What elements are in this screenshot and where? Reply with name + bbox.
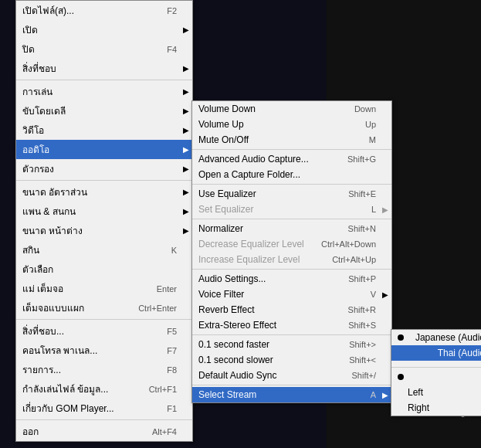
audio-sep-5 — [192, 334, 391, 335]
audio-stereo[interactable]: Extra-Stereo Effect Shift+S — [192, 317, 391, 333]
menu-favorites-2[interactable]: สิ่งที่ชอบ... F5 — [16, 321, 192, 341]
audio-faster[interactable]: 0.1 second faster Shift+> — [192, 337, 391, 352]
menu-video[interactable]: วิดีโอ ▶ — [16, 120, 192, 140]
menu-open-files[interactable]: เปิดไฟล์(ส)... F2 — [16, 1, 192, 20]
audio-open-capture-folder[interactable]: Open a Capture Folder... — [192, 167, 391, 182]
audio-sep-4 — [192, 269, 391, 270]
audio-settings[interactable]: Audio Settings... Shift+P — [192, 271, 391, 287]
separator-2 — [16, 180, 192, 181]
menu-play[interactable]: การเล่น ▶ — [16, 82, 192, 101]
main-context-menu: เปิดไฟล์(ส)... F2 เปิด ▶ ปิด F4 สิ่งที่ช… — [15, 0, 193, 442]
stream-all[interactable]: All — [391, 369, 481, 385]
menu-file-info[interactable]: กำลังเล่นไฟล์ ข้อมูล... Ctrl+F1 — [16, 379, 192, 399]
menu-pan[interactable]: แพน & สนกน ▶ — [16, 202, 192, 221]
menu-about[interactable]: เกี่ยวกับ GOM Player... F1 — [16, 399, 192, 418]
menu-filter[interactable]: ตัวกรอง ▶ — [16, 159, 192, 178]
audio-slower[interactable]: 0.1 second slower Shift+< — [192, 352, 391, 368]
stream-thai[interactable]: Thai (Audio 2) — [391, 345, 481, 361]
stream-right[interactable]: Right — [391, 400, 481, 416]
audio-sep-6 — [192, 385, 391, 385]
audio-sep-3 — [192, 219, 391, 219]
radio-dot-all — [398, 374, 404, 380]
audio-select-stream[interactable]: Select Stream A ▶ — [192, 387, 391, 402]
menu-subtitle[interactable]: ขับโดยเดลี ▶ — [16, 101, 192, 120]
audio-increase-eq[interactable]: Increase Equalizer Level Ctrl+Alt+Up — [192, 252, 391, 267]
stream-left[interactable]: Left — [391, 385, 481, 400]
menu-size-ratio[interactable]: ขนาด อัตราส่วน ▶ — [16, 182, 192, 202]
radio-empty-thai — [398, 350, 404, 356]
audio-voice-filter[interactable]: Voice Filter V ▶ — [192, 287, 391, 302]
audio-volume-up[interactable]: Volume Up Up — [192, 117, 391, 132]
separator-1 — [16, 80, 192, 80]
audio-use-equalizer[interactable]: Use Equalizer Shift+E — [192, 186, 391, 202]
menu-control-panel[interactable]: คอนโทรล พาเนล... F7 — [16, 341, 192, 360]
stream-sep — [391, 362, 481, 368]
stream-japanese[interactable]: Japanese (Audio 1) — [391, 330, 481, 345]
menu-exit[interactable]: ออก Alt+F4 — [16, 422, 192, 441]
audio-normalizer[interactable]: Normalizer Shift+N — [192, 221, 391, 236]
audio-advanced-capture[interactable]: Advanced Audio Capture... Shift+G — [192, 151, 391, 167]
audio-set-equalizer[interactable]: Set Equalizer L ▶ — [192, 202, 391, 217]
menu-audio[interactable]: ออดิโอ ▶ — [16, 140, 192, 159]
menu-fullscreen-alt[interactable]: แม่ เต็มจอ Enter — [16, 279, 192, 298]
separator-3 — [16, 319, 192, 320]
audio-decrease-eq[interactable]: Decrease Equalizer Level Ctrl+Alt+Down — [192, 236, 391, 252]
menu-open[interactable]: เปิด ▶ — [16, 20, 192, 39]
audio-mute[interactable]: Mute On/Off M — [192, 132, 391, 148]
menu-playlist[interactable]: รายการ... F8 — [16, 360, 192, 379]
audio-submenu: Volume Down Down Volume Up Up Mute On/Of… — [191, 100, 392, 403]
menu-close[interactable]: ปิด F4 — [16, 39, 192, 59]
audio-sep-2 — [192, 184, 391, 185]
menu-favorites-1[interactable]: สิ่งที่ชอบ ▶ — [16, 59, 192, 78]
separator-4 — [16, 419, 192, 420]
menu-skin[interactable]: สกิน K — [16, 240, 192, 260]
audio-reverb[interactable]: Reverb Effect Shift+R — [192, 302, 391, 317]
menu-window-size[interactable]: ขนาด หน้าต่าง ▶ — [16, 221, 192, 240]
menu-fullscreen-alt2[interactable]: เต็มจอแบบแผก Ctrl+Enter — [16, 298, 192, 317]
audio-default-sync[interactable]: Default Audio Sync Shift+/ — [192, 368, 391, 383]
stream-submenu: Japanese (Audio 1) Thai (Audio 2) All Le… — [391, 329, 481, 416]
radio-dot-japanese — [398, 334, 404, 341]
audio-volume-down[interactable]: Volume Down Down — [192, 101, 391, 117]
menu-preferences[interactable]: ตัวเลือก — [16, 260, 192, 279]
audio-sep-1 — [192, 149, 391, 150]
